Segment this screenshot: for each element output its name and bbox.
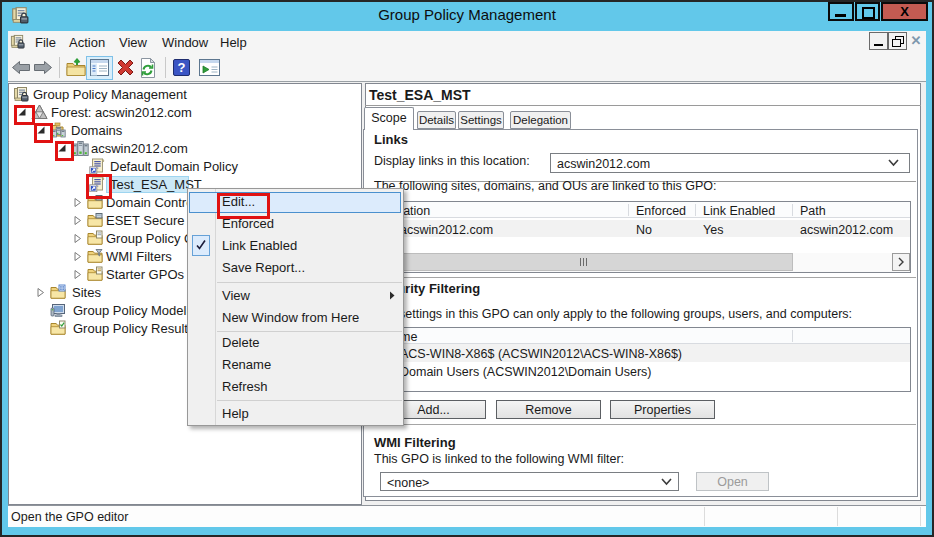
svg-text:?: ? bbox=[178, 60, 186, 75]
